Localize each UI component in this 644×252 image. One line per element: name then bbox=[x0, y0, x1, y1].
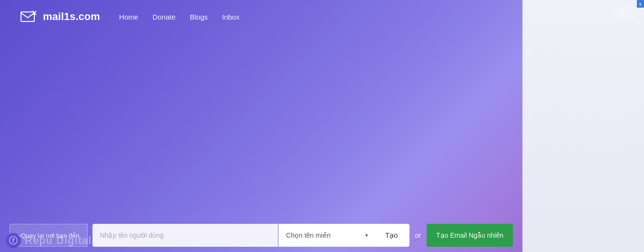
random-email-button[interactable]: Tạo Email Ngẫu nhiên bbox=[427, 224, 513, 247]
domain-select-wrapper: Chọn tên miền ▾ bbox=[278, 224, 374, 247]
nav-donate[interactable]: Donate bbox=[153, 13, 175, 21]
email-input-group: Chọn tên miền ▾ Tạo bbox=[92, 224, 409, 247]
or-label: or bbox=[409, 231, 427, 239]
chevron-down-icon: ▾ bbox=[627, 11, 629, 16]
nav-home[interactable]: Home bbox=[119, 13, 138, 21]
username-input[interactable] bbox=[92, 224, 278, 247]
copy-hint-button[interactable]: «Quay lại nơi bạn đến bbox=[10, 224, 88, 247]
logo-area[interactable]: mail1s.com bbox=[19, 10, 100, 24]
page-wrapper: x mail1s.com Home Donate Blogs Inbox Vi … bbox=[0, 0, 644, 252]
ad-panel bbox=[522, 0, 644, 252]
create-button[interactable]: Tạo bbox=[374, 224, 409, 247]
nav-inbox[interactable]: Inbox bbox=[222, 13, 240, 21]
language-current: Vi bbox=[619, 10, 625, 17]
logo-text: mail1s.com bbox=[43, 10, 100, 23]
domain-select[interactable]: Chọn tên miền bbox=[278, 224, 374, 247]
bottom-bar: «Quay lại nơi bạn đến Chọn tên miền ▾ Tạ… bbox=[0, 219, 522, 252]
nav-links: Home Donate Blogs Inbox bbox=[119, 13, 240, 21]
language-selector[interactable]: Vi ▾ bbox=[614, 7, 634, 20]
navbar: mail1s.com Home Donate Blogs Inbox bbox=[0, 0, 644, 33]
nav-blogs[interactable]: Blogs bbox=[190, 13, 208, 21]
svg-rect-0 bbox=[21, 12, 34, 21]
logo-icon bbox=[19, 10, 38, 24]
ad-close-button[interactable]: x bbox=[637, 0, 644, 8]
